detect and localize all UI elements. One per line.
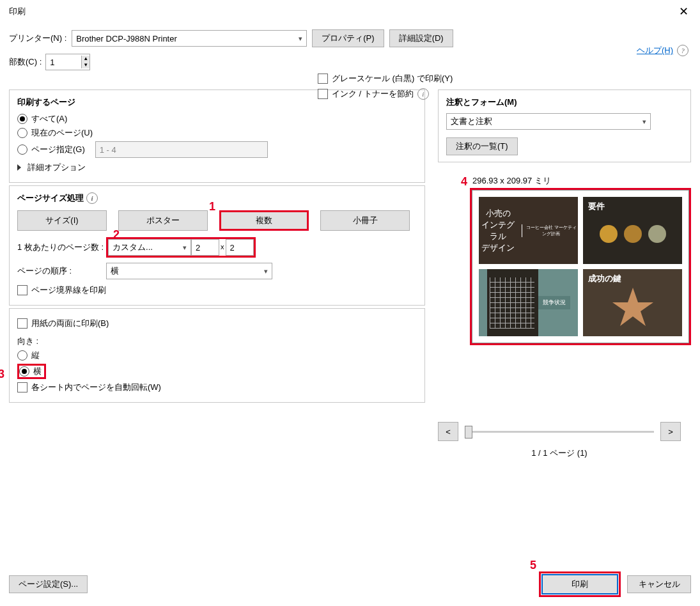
zoom-slider[interactable] xyxy=(465,431,654,433)
portrait-label: 縦 xyxy=(31,350,40,361)
ann-value: 文書と注釈 xyxy=(451,116,492,127)
annotation-4: 4 xyxy=(461,175,467,189)
ann-title: 注釈とフォーム(M) xyxy=(446,97,683,108)
preview-thumb-3: 競争状況 xyxy=(479,269,578,336)
grayscale-label: グレースケール (白黒) で印刷(Y) xyxy=(332,73,453,84)
border-checkbox[interactable] xyxy=(17,285,27,295)
preview-thumb-2: 要件 xyxy=(583,197,682,264)
slider-thumb[interactable] xyxy=(465,426,472,439)
landscape-radio[interactable] xyxy=(19,366,29,377)
portrait-radio[interactable] xyxy=(17,350,27,361)
ann-list-button[interactable]: 注釈の一覧(T) xyxy=(446,137,518,155)
annotation-5: 5 xyxy=(530,559,536,572)
circle-icon xyxy=(648,225,666,243)
annotation-3: 3 xyxy=(0,368,4,381)
printer-value: Brother DCP-J988N Printer xyxy=(76,34,177,43)
svg-marker-0 xyxy=(612,288,653,326)
annotations-group: 注釈とフォーム(M) 文書と注釈 ▾ 注釈の一覧(T) xyxy=(438,89,691,162)
info-icon[interactable]: i xyxy=(86,192,98,204)
star-icon xyxy=(607,284,658,329)
auto-rotate-label: 各シート内でページを自動回転(W) xyxy=(31,382,161,393)
orientation-label: 向き : xyxy=(17,336,417,347)
copies-value: 1 xyxy=(46,58,58,67)
bothsides-label: 用紙の両面に印刷(B) xyxy=(31,318,109,329)
border-label: ページ境界線を印刷 xyxy=(31,284,106,296)
dialog-title: 印刷 xyxy=(9,6,26,17)
grayscale-checkbox[interactable] xyxy=(318,74,328,84)
tab-multiple[interactable]: 複数 xyxy=(219,210,309,231)
prev-page-button[interactable]: < xyxy=(438,422,458,441)
info-icon[interactable]: i xyxy=(417,88,429,100)
print-button[interactable]: 印刷 xyxy=(541,574,618,594)
both-sides-group: 用紙の両面に印刷(B) 向き : 縦 3 横 各シート内でページを自動回転(W) xyxy=(9,308,425,403)
sizing-group: ページサイズ処理 i 1 サイズ(I) ポスター 複数 小冊子 2 1 枚あたり… xyxy=(9,185,425,306)
sizing-title: ページサイズ処理 xyxy=(17,192,84,204)
help-icon[interactable]: ? xyxy=(677,45,688,56)
pages-range-radio[interactable] xyxy=(17,144,27,155)
preview-dims: 296.93 x 209.97 ミリ xyxy=(472,175,691,187)
t1-l1: 小売の xyxy=(479,208,518,219)
annotation-2: 2 xyxy=(113,228,120,242)
pager-label: 1 / 1 ページ (1) xyxy=(438,447,681,459)
chevron-down-icon: ▾ xyxy=(642,118,646,126)
tab-size[interactable]: サイズ(I) xyxy=(17,210,107,231)
rows-input[interactable] xyxy=(226,239,254,256)
tab-poster[interactable]: ポスター xyxy=(118,210,208,231)
print-preview: 小売の インテグラル デザイン コーヒー会社 マーケティング計画 要件 xyxy=(472,190,689,343)
savetoner-checkbox[interactable] xyxy=(318,89,328,99)
tab-booklet[interactable]: 小冊子 xyxy=(320,210,410,231)
t1-l3: デザイン xyxy=(479,242,518,254)
t2-title: 要件 xyxy=(588,201,605,212)
ann-select[interactable]: 文書と注釈 ▾ xyxy=(446,113,651,130)
pages-range-input[interactable] xyxy=(95,141,268,158)
annotation-1: 1 xyxy=(209,200,215,214)
help-link[interactable]: ヘルプ(H) xyxy=(637,45,673,56)
advanced-button[interactable]: 詳細設定(D) xyxy=(389,29,453,47)
printer-select[interactable]: Brother DCP-J988N Printer ▾ xyxy=(72,30,307,47)
chart-icon xyxy=(490,277,534,329)
t3-band: 競争状況 xyxy=(538,296,570,309)
print-button-highlight: 印刷 xyxy=(539,571,621,597)
preview-thumb-4: 成功の鍵 xyxy=(583,269,682,336)
spin-up-icon[interactable]: ▲ xyxy=(82,56,89,62)
pages-range-label: ページ指定(G) xyxy=(31,144,85,155)
printer-label: プリンター(N) : xyxy=(9,33,66,44)
order-value: 横 xyxy=(111,265,119,277)
chevron-down-icon: ▾ xyxy=(264,267,268,276)
page-setup-button[interactable]: ページ設定(S)... xyxy=(9,575,88,593)
order-select[interactable]: 横 ▾ xyxy=(106,263,272,279)
circle-icon xyxy=(624,225,642,243)
pps-select[interactable]: カスタム... ▾ xyxy=(108,239,191,256)
copies-label: 部数(C) : xyxy=(9,56,42,68)
cancel-button[interactable]: キャンセル xyxy=(627,575,691,593)
pages-current-label: 現在のページ(U) xyxy=(31,127,93,139)
properties-button[interactable]: プロパティ(P) xyxy=(312,29,384,47)
t1-l2: インテグラル xyxy=(479,219,518,242)
close-icon[interactable]: ✕ xyxy=(674,4,694,19)
more-options[interactable]: 詳細オプション xyxy=(27,162,86,173)
pages-all-label: すべて(A) xyxy=(31,113,67,125)
pages-all-radio[interactable] xyxy=(17,114,27,124)
circle-icon xyxy=(600,225,618,243)
next-page-button[interactable]: > xyxy=(660,422,681,441)
chevron-down-icon: ▾ xyxy=(183,244,187,252)
triangle-right-icon[interactable] xyxy=(17,164,21,171)
cols-input[interactable] xyxy=(191,239,219,256)
auto-rotate-checkbox[interactable] xyxy=(17,382,27,392)
chevron-down-icon: ▾ xyxy=(299,35,302,43)
by-label: x xyxy=(219,239,226,256)
preview-thumb-1: 小売の インテグラル デザイン コーヒー会社 マーケティング計画 xyxy=(479,197,578,264)
landscape-label: 横 xyxy=(33,366,42,377)
t4-title: 成功の鍵 xyxy=(588,273,621,284)
copies-stepper[interactable]: 1 ▲▼ xyxy=(45,54,90,70)
order-label: ページの順序 : xyxy=(17,265,72,277)
pps-label: 1 枚あたりのページ数 : xyxy=(17,242,104,253)
savetoner-label: インク / トナーを節約 xyxy=(332,88,414,100)
pages-current-radio[interactable] xyxy=(17,128,27,138)
spin-down-icon[interactable]: ▼ xyxy=(82,62,89,68)
t1-sub: コーヒー会社 マーケティング計画 xyxy=(522,224,578,237)
bothsides-checkbox[interactable] xyxy=(17,318,27,329)
pps-value: カスタム... xyxy=(113,242,153,253)
